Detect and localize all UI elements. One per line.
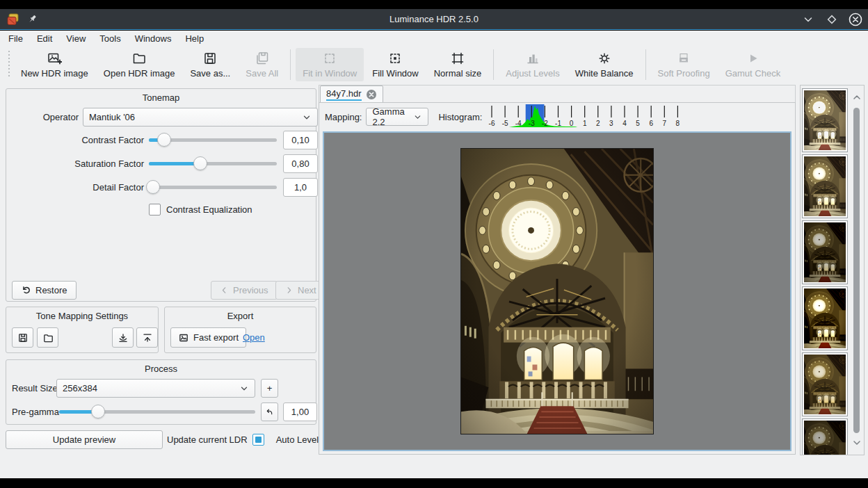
process-group: Process Result Size 256x384 + Pre-gamma … (6, 359, 316, 425)
thumbnail-preview-6[interactable] (803, 419, 847, 455)
svg-text:4: 4 (623, 120, 627, 127)
menu-item-view[interactable]: View (59, 32, 93, 45)
toolbar-button-gamut-check[interactable]: Gamut Check (718, 48, 787, 81)
arrow-up-export-icon (142, 332, 153, 343)
toolbar-separator (645, 49, 646, 80)
slider-handle[interactable] (146, 180, 160, 194)
open-settings-button[interactable] (37, 327, 58, 348)
svg-text:-5: -5 (502, 120, 508, 127)
mapping-value: Gamma 2.2 (372, 106, 413, 127)
restore-label: Restore (35, 285, 67, 295)
toolbar-button-label: Gamut Check (725, 68, 780, 79)
undo-icon (21, 285, 31, 295)
window-title: Luminance HDR 2.5.0 (0, 14, 868, 24)
detail-factor-slider[interactable] (149, 178, 277, 197)
save-all-icon (255, 51, 270, 66)
slider-handle[interactable] (91, 405, 105, 418)
thumbnail-preview-1[interactable] (803, 89, 847, 152)
thumbnail-image (804, 355, 846, 414)
update-preview-button[interactable]: Update preview (6, 430, 163, 449)
slider-handle[interactable] (157, 133, 171, 147)
toolbar-button-new-hdr-image[interactable]: New HDR image (14, 48, 95, 81)
maximize-button[interactable] (825, 13, 839, 26)
preview-scrollbar[interactable] (851, 87, 862, 453)
toolbar-button-fit-in-window[interactable]: Fit in Window (296, 48, 364, 81)
fast-export-button[interactable]: Fast export (170, 327, 246, 348)
toolbar-button-save-as[interactable]: Save as... (183, 48, 237, 81)
apply-settings-button[interactable] (136, 327, 158, 348)
menu-item-windows[interactable]: Windows (128, 32, 179, 45)
scrollbar-thumb[interactable] (853, 108, 860, 433)
menu-item-tools[interactable]: Tools (93, 32, 127, 45)
adjust-levels-icon (525, 51, 540, 66)
tab-close-icon[interactable] (366, 89, 377, 100)
result-size-select[interactable]: 256x384 (56, 379, 255, 398)
next-button[interactable]: Next (275, 281, 326, 300)
fit-window-icon (322, 51, 337, 66)
toolbar-drag-handle[interactable] (7, 51, 10, 79)
add-size-button[interactable]: + (261, 379, 278, 398)
load-settings-button[interactable] (112, 327, 134, 348)
svg-text:3: 3 (609, 120, 613, 127)
pre-gamma-reset-button[interactable] (261, 402, 278, 421)
toolbar-button-adjust-levels[interactable]: Adjust Levels (499, 48, 566, 81)
contrast-factor-slider[interactable] (149, 131, 277, 149)
contrast-equalization-checkbox[interactable] (149, 204, 161, 215)
image-viewport[interactable] (323, 131, 791, 451)
menu-item-help[interactable]: Help (178, 32, 211, 45)
toolbar-button-fill-window[interactable]: Fill Window (365, 48, 425, 81)
scroll-down-icon[interactable] (852, 438, 862, 448)
thumbnail-preview-2[interactable] (803, 155, 847, 218)
image-icon (178, 332, 189, 343)
toolbar-button-open-hdr-image[interactable]: Open HDR image (97, 48, 182, 81)
detail-factor-value[interactable]: 1,0 (283, 178, 318, 197)
thumbnail-image (804, 222, 846, 282)
minimize-button[interactable] (801, 13, 815, 26)
saturation-factor-label: Saturation Factor (16, 158, 144, 169)
chevron-left-icon (220, 286, 229, 295)
svg-text:1: 1 (583, 120, 587, 127)
undo-small-icon (265, 407, 274, 416)
slider-handle[interactable] (193, 156, 207, 170)
tab-84y7[interactable]: 84y7.hdr (320, 86, 383, 104)
thumbnail-preview-3[interactable] (803, 221, 847, 284)
pre-gamma-value[interactable]: 1,00 (283, 402, 317, 421)
scroll-up-icon[interactable] (852, 92, 862, 102)
restore-button[interactable]: Restore (12, 281, 77, 300)
contrast-factor-value[interactable]: 0,10 (283, 131, 318, 149)
svg-text:2: 2 (596, 120, 600, 127)
thumbnail-preview-4[interactable] (803, 287, 847, 350)
toolbar-button-white-balance[interactable]: White Balance (568, 48, 641, 81)
saturation-factor-value[interactable]: 0,80 (283, 154, 318, 173)
gamut-check-icon (745, 51, 760, 66)
thumbnail-preview-5[interactable] (803, 353, 847, 416)
update-current-ldr-label: Update current LDR (167, 434, 248, 445)
saturation-factor-slider[interactable] (149, 154, 277, 173)
toolbar-button-soft-proofing[interactable]: Soft Proofing (651, 48, 717, 81)
operator-select[interactable]: Mantiuk '06 (83, 108, 318, 127)
slider-track[interactable] (149, 186, 277, 189)
pre-gamma-slider[interactable] (59, 402, 255, 421)
menu-item-edit[interactable]: Edit (30, 32, 59, 45)
operator-value: Mantiuk '06 (89, 112, 302, 122)
toolbar-button-label: Save as... (190, 68, 230, 79)
previous-button[interactable]: Previous (211, 281, 278, 300)
save-settings-button[interactable] (12, 327, 33, 348)
operator-label: Operator (16, 112, 79, 122)
soft-proofing-icon (676, 51, 691, 66)
toolbar-button-normal-size[interactable]: Normal size (427, 48, 489, 81)
export-group: Export Fast export Open (164, 307, 316, 353)
close-button[interactable] (849, 13, 862, 26)
histogram-widget[interactable]: -6-5-4-3-2-1012345678 (483, 103, 692, 129)
menu-item-file[interactable]: File (1, 32, 30, 45)
update-current-ldr-checkbox[interactable] (252, 434, 264, 446)
toolbar-button-save-all[interactable]: Save All (239, 48, 285, 81)
detail-factor-label: Detail Factor (16, 182, 144, 193)
mapping-select[interactable]: Gamma 2.2 (366, 108, 428, 126)
toolbar-button-label: White Balance (575, 68, 634, 79)
mapping-row: Mapping: Gamma 2.2 Histogram: -6-5-4-3-2… (319, 103, 795, 131)
slider-fill (149, 162, 200, 165)
open-link[interactable]: Open (243, 332, 265, 343)
svg-text:6: 6 (650, 120, 654, 127)
chevron-right-icon (284, 286, 294, 295)
